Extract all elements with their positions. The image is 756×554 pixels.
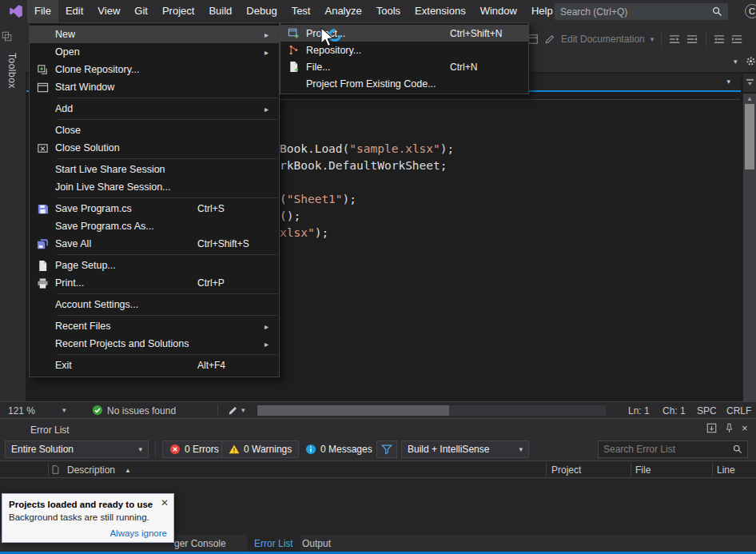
indent-decrease-icon[interactable] [714, 34, 726, 45]
file-menu-item-print[interactable]: Print...Ctrl+P [30, 274, 279, 292]
menu-item-shortcut: Ctrl+Shift+N [450, 28, 514, 39]
file-menu-item-recent-files[interactable]: Recent Files▸ [30, 317, 279, 335]
file-menu-item-start-live-share-session[interactable]: Start Live Share Session [30, 161, 279, 178]
search-icon [712, 6, 722, 17]
column-divider [48, 463, 49, 476]
health-status-text[interactable]: No issues found [107, 405, 176, 416]
column-header-description[interactable]: Description [67, 464, 115, 476]
always-ignore-link[interactable]: Always ignore [109, 528, 167, 538]
column-header-project[interactable]: Project [551, 464, 581, 476]
menubar-item-edit[interactable]: Edit [58, 0, 90, 22]
error-grid-header: Description ▲ Project File Line [0, 460, 756, 478]
code-text-segment: Book.Load( [280, 142, 349, 155]
menubar-item-tools[interactable]: Tools [369, 0, 408, 22]
scroll-up-arrow-icon[interactable]: ▲ [743, 94, 756, 104]
code-text[interactable]: Book.Load("sample.xlsx");rkBook.DefaultW… [280, 141, 454, 241]
menubar-item-file[interactable]: File [27, 0, 58, 22]
new-submenu-item-file[interactable]: File...Ctrl+N [281, 58, 528, 75]
source-filter-dropdown[interactable]: Build + IntelliSense ▾ [401, 440, 529, 458]
documentation-toolbar: Edit Documentation ▾ [527, 30, 743, 49]
zoom-caret-icon[interactable]: ▾ [62, 406, 66, 414]
vertical-scrollbar-thumb[interactable] [745, 104, 754, 169]
warnings-toggle-button[interactable]: 0 Warnings [221, 440, 299, 458]
close-icon[interactable]: ✕ [161, 497, 169, 508]
outline-collapse-icon[interactable] [686, 34, 698, 45]
chevron-down-icon[interactable]: ▾ [651, 35, 655, 43]
file-menu-item-open[interactable]: Open▸ [30, 43, 279, 61]
pencil-icon [544, 34, 555, 45]
column-header-line[interactable]: Line [717, 464, 735, 476]
file-menu-item-account-settings[interactable]: Account Settings... [30, 296, 279, 313]
menubar-item-build[interactable]: Build [201, 0, 239, 22]
menubar-item-test[interactable]: Test [284, 0, 318, 22]
editor-splitter-button[interactable] [743, 74, 756, 92]
pen-icon[interactable] [228, 405, 238, 416]
file-menu-item-save-program-cs[interactable]: Save Program.csCtrl+S [30, 200, 279, 217]
file-menu-item-page-setup[interactable]: Page Setup... [30, 257, 279, 274]
menubar-item-view[interactable]: View [90, 0, 127, 22]
column-divider [546, 463, 547, 476]
horizontal-scrollbar[interactable] [257, 405, 606, 416]
file-menu-item-save-all[interactable]: Save AllCtrl+Shift+S [30, 235, 279, 253]
menu-items: FileEditViewGitProjectBuildDebugTestAnal… [27, 0, 560, 22]
file-menu-item-recent-projects-and-solutions[interactable]: Recent Projects and Solutions▸ [30, 335, 279, 353]
file-menu-item-close-solution[interactable]: Close Solution [30, 139, 279, 157]
file-menu-item-start-window[interactable]: Start Window [30, 78, 279, 96]
account-avatar[interactable]: C [745, 4, 756, 18]
file-menu-item-join-live-share-session[interactable]: Join Live Share Session... [30, 178, 279, 196]
messages-toggle-button[interactable]: 0 Messages [298, 440, 380, 458]
search-icon [733, 444, 742, 454]
file-menu-item-clone-repository[interactable]: Clone Repository... [30, 61, 279, 78]
pin-icon[interactable] [724, 423, 734, 433]
menubar-item-debug[interactable]: Debug [239, 0, 284, 22]
file-menu-item-add[interactable]: Add▸ [30, 100, 279, 118]
menu-separator [57, 197, 277, 198]
spaces-indicator[interactable]: SPC [697, 405, 717, 416]
tab-error-list[interactable]: Error List [254, 538, 293, 549]
filter-button[interactable] [376, 440, 397, 458]
errors-toggle-button[interactable]: 0 Errors [162, 440, 226, 458]
menu-item-label: Save All [55, 238, 197, 249]
menubar-item-extensions[interactable]: Extensions [408, 0, 473, 22]
column-header-file[interactable]: File [635, 464, 651, 476]
toolbox-side-tab[interactable]: Toolbox [6, 53, 18, 89]
menu-item-label: Open [55, 46, 197, 58]
tab-output[interactable]: Output [302, 538, 331, 549]
zoom-level-control[interactable]: 121 % [8, 405, 35, 416]
file-menu-items: New▸Open▸Clone Repository...Start Window… [30, 26, 279, 374]
menu-separator [57, 98, 277, 98]
file-menu-item-close[interactable]: Close [30, 122, 279, 139]
menu-item-label: Account Settings... [55, 299, 197, 310]
vertical-scrollbar[interactable]: ▲ [743, 94, 756, 401]
editor-top-divider [277, 99, 740, 100]
close-icon[interactable]: × [742, 423, 748, 433]
outline-expand-icon[interactable] [669, 34, 681, 45]
horizontal-scrollbar-thumb[interactable] [257, 405, 449, 416]
severity-column-icon[interactable] [51, 465, 60, 474]
file-menu-item-save-program-cs-as[interactable]: Save Program.cs As... [30, 217, 279, 235]
navigation-dropdown-caret-icon[interactable]: ▾ [726, 78, 730, 86]
error-icon [169, 444, 181, 455]
error-list-search-box[interactable]: Search Error List [598, 440, 748, 458]
new-submenu-item-project-from-existing-code[interactable]: Project From Existing Code... [281, 75, 528, 92]
menu-item-label: Project From Existing Code... [306, 78, 450, 90]
window-position-icon[interactable] [706, 423, 717, 433]
save-icon [30, 203, 55, 215]
menubar-item-analyze[interactable]: Analyze [317, 0, 368, 22]
edit-documentation-button[interactable]: Edit Documentation [561, 34, 645, 45]
menu-item-label: Join Live Share Session... [55, 181, 197, 193]
indent-increase-icon[interactable] [731, 34, 743, 45]
line-ending-indicator[interactable]: CRLF [726, 405, 751, 416]
tab-package-manager-console[interactable]: ger Console [174, 538, 226, 549]
quick-search-box[interactable]: Search (Ctrl+Q) [555, 3, 728, 20]
scope-filter-dropdown[interactable]: Entire Solution ▾ [5, 440, 149, 458]
menubar-item-project[interactable]: Project [155, 0, 201, 22]
document-dropdown-caret-icon[interactable]: ▾ [734, 58, 738, 66]
menubar-item-window[interactable]: Window [473, 0, 524, 22]
menubar-item-git[interactable]: Git [127, 0, 155, 22]
file-menu-item-new[interactable]: New▸ [30, 26, 279, 43]
file-menu-item-exit[interactable]: ExitAlt+F4 [30, 357, 279, 374]
new-project-icon [281, 27, 306, 39]
code-line: ("Sheet1"); [280, 191, 454, 208]
gear-icon[interactable] [746, 56, 756, 66]
